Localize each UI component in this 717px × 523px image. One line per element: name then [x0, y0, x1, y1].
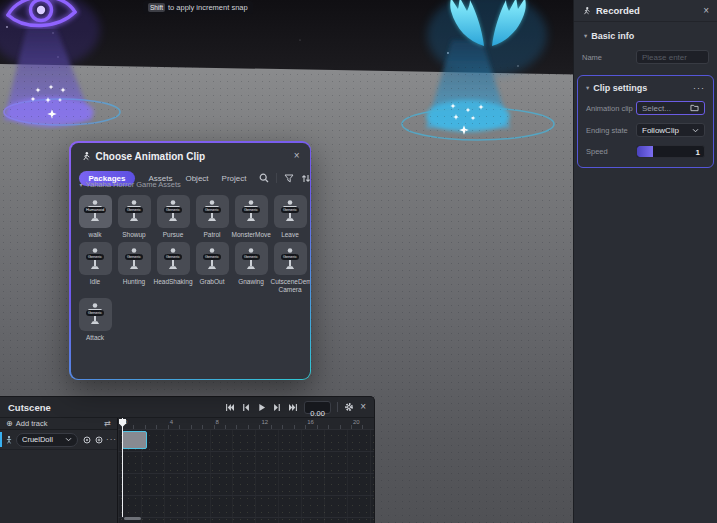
folder-icon[interactable] [690, 104, 699, 112]
clip-settings-title: Clip settings [593, 83, 689, 93]
clip-item[interactable]: GenericMonsterMove [232, 195, 271, 239]
clip-name: MonsterMove [232, 231, 271, 239]
rig-type-badge: Generic [242, 254, 260, 260]
rig-type-badge: Generic [203, 254, 221, 260]
skip-to-end-icon[interactable] [288, 402, 298, 412]
speed-label: Speed [586, 147, 636, 156]
chevron-down-icon [65, 437, 72, 442]
name-label: Name [582, 53, 636, 62]
rig-type-badge: Humanoid [84, 207, 106, 213]
timeline-settings-gear-icon[interactable] [344, 402, 354, 412]
record-track-icon[interactable] [83, 436, 91, 444]
clip-name: Patrol [204, 231, 221, 239]
clip-name: Pursue [163, 231, 184, 239]
plus-circle-icon[interactable]: ⊕ [6, 420, 13, 428]
rig-type-badge: Generic [203, 207, 221, 213]
clip-thumbnail[interactable]: Generic [79, 298, 112, 331]
speed-row: Speed 1 [586, 145, 705, 158]
timeline-close-icon[interactable]: × [360, 402, 366, 412]
name-input[interactable] [642, 53, 703, 62]
character-track-icon [5, 435, 13, 444]
clip-thumbnail[interactable]: Generic [118, 242, 151, 275]
speed-value: 1 [696, 147, 700, 156]
clip-settings-header[interactable]: ▾ Clip settings ··· [586, 83, 705, 93]
name-field-row: Name [582, 50, 709, 64]
ending-state-row: Ending state FollowClip [586, 123, 705, 137]
search-icon[interactable] [259, 173, 269, 183]
ruler-tick-label: 16 [307, 419, 314, 425]
clip-item[interactable]: GenericAttack [76, 298, 115, 342]
clip-thumbnail[interactable]: Generic [196, 242, 229, 275]
basic-info-section-header[interactable]: ▾ Basic info [584, 31, 707, 41]
speed-slider[interactable]: 1 [636, 145, 705, 158]
tab-project[interactable]: Project [222, 174, 247, 183]
clip-settings-menu-icon[interactable]: ··· [693, 83, 705, 93]
clip-thumbnail[interactable]: Humanoid [79, 195, 112, 228]
rig-type-badge: Generic [86, 310, 104, 316]
time-input[interactable] [305, 408, 330, 419]
clip-thumbnail[interactable]: Generic [79, 242, 112, 275]
time-input-wrap [304, 401, 331, 414]
divider [337, 402, 338, 412]
clip-item[interactable]: GenericHeadShaking [154, 242, 193, 294]
rig-type-badge: Generic [242, 207, 260, 213]
clip-thumbnail[interactable]: Generic [235, 242, 268, 275]
clip-item[interactable]: GenericCutsceneDemo Camera [271, 242, 310, 294]
clip-name: Gnawing [238, 278, 264, 286]
timeline-tracks-viewport[interactable]: 048121620 [117, 418, 374, 523]
clip-name: CutsceneDemo Camera [271, 278, 310, 294]
timeline-ruler[interactable]: 048121620 [118, 418, 374, 430]
clip-item[interactable]: GenericLeave [271, 195, 310, 239]
clip-name: GrabOut [200, 278, 225, 286]
clip-item[interactable]: GenericHunting [115, 242, 154, 294]
track-row[interactable]: CruelDoll ··· [0, 430, 117, 450]
clip-item[interactable]: Humanoidwalk [76, 195, 115, 239]
horizontal-scrollbar[interactable] [124, 517, 141, 520]
clip-item[interactable]: GenericPatrol [193, 195, 232, 239]
ruler-tick-label: 4 [170, 419, 173, 425]
clip-name: Showup [122, 231, 146, 239]
next-frame-icon[interactable] [272, 402, 282, 412]
rig-type-badge: Generic [281, 207, 299, 213]
rig-type-badge: Generic [281, 254, 299, 260]
keyframe-track-icon[interactable] [95, 436, 103, 444]
modal-header: Choose Animation Clip × [71, 143, 310, 162]
track-target-select[interactable]: CruelDoll [16, 433, 78, 447]
clip-thumbnail[interactable]: Generic [157, 242, 190, 275]
rig-type-badge: Generic [125, 254, 143, 260]
add-track-label[interactable]: Add track [16, 419, 48, 428]
inspector-close-icon[interactable]: × [703, 6, 709, 16]
snap-tooltip: Shift to apply increment snap [143, 1, 253, 14]
filter-icon[interactable] [284, 174, 294, 183]
timeline-clip-block[interactable] [122, 431, 147, 449]
skip-to-start-icon[interactable] [224, 402, 234, 412]
ending-state-label: Ending state [586, 126, 636, 135]
inspector-panel: Recorded × ▾ Basic info Name ▾ Clip sett… [573, 0, 717, 523]
tab-object[interactable]: Object [185, 174, 208, 183]
prev-frame-icon[interactable] [240, 402, 250, 412]
clip-thumbnail[interactable]: Generic [118, 195, 151, 228]
clip-thumbnail[interactable]: Generic [157, 195, 190, 228]
clip-thumbnail[interactable]: Generic [274, 242, 307, 275]
clip-thumbnail[interactable]: Generic [196, 195, 229, 228]
clip-name: Leave [281, 231, 299, 239]
track-menu-icon[interactable]: ··· [106, 435, 117, 444]
clip-item[interactable]: GenericShowup [115, 195, 154, 239]
clip-thumbnail[interactable]: Generic [274, 195, 307, 228]
ending-state-value: FollowClip [642, 126, 692, 135]
clip-item[interactable]: GenericPursue [154, 195, 193, 239]
clip-item[interactable]: GenericIdle [76, 242, 115, 294]
modal-close-icon[interactable]: × [294, 151, 300, 161]
sort-icon[interactable] [301, 174, 309, 183]
clip-item[interactable]: GenericGnawing [232, 242, 271, 294]
animation-clip-select[interactable]: Select... [636, 101, 705, 115]
play-icon[interactable] [256, 402, 266, 412]
ruler-tick-label: 8 [216, 419, 219, 425]
shift-key-badge: Shift [148, 3, 165, 12]
ending-state-select[interactable]: FollowClip [636, 123, 705, 137]
basic-info-title: Basic info [591, 31, 707, 41]
clip-item[interactable]: GenericGrabOut [193, 242, 232, 294]
clip-thumbnail[interactable]: Generic [235, 195, 268, 228]
animation-clip-row: Animation clip Select... [586, 101, 705, 115]
collapse-tracks-icon[interactable]: ⇄ [104, 420, 111, 428]
